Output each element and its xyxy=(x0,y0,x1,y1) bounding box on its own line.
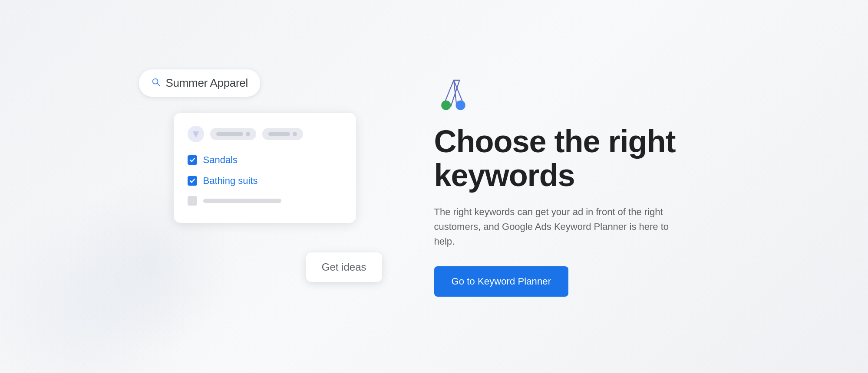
filter-icon: path{fill:none;stroke:#5c6bc0;stroke-wid… xyxy=(192,130,200,138)
filter-icon-btn[interactable]: path{fill:none;stroke:#5c6bc0;stroke-wid… xyxy=(188,126,204,142)
placeholder-text-bar xyxy=(203,199,281,203)
google-ads-logo xyxy=(434,76,738,113)
search-icon xyxy=(151,77,161,89)
svg-point-3 xyxy=(455,101,465,110)
svg-point-2 xyxy=(441,101,451,110)
filter-pill-dot-1 xyxy=(246,132,250,136)
checkbox-sandals[interactable] xyxy=(188,155,197,165)
search-value: Summer Apparel xyxy=(166,76,248,90)
description-text: The right keywords can get your ad in fr… xyxy=(434,205,677,249)
google-ads-logo-svg xyxy=(434,76,473,111)
filter-pill-2[interactable] xyxy=(262,128,303,140)
headline: Choose the right keywords xyxy=(434,125,738,193)
left-illustration-panel: Summer Apparel path{fill:none;stroke:#5c… xyxy=(130,65,382,308)
keyword-row-sandals[interactable]: Sandals xyxy=(188,154,342,166)
checkmark-icon-sandals xyxy=(189,157,195,163)
get-ideas-button[interactable]: Get ideas xyxy=(306,252,382,282)
get-ideas-label: Get ideas xyxy=(322,261,366,273)
headline-line1: Choose the right xyxy=(434,124,676,159)
keyword-row-bathing-suits[interactable]: Bathing suits xyxy=(188,175,342,186)
page-wrapper: Summer Apparel path{fill:none;stroke:#5c… xyxy=(0,0,868,373)
placeholder-checkbox xyxy=(188,196,197,206)
filter-pill-dot-2 xyxy=(293,132,297,136)
checkmark-icon-bathing-suits xyxy=(189,178,195,184)
filter-pill-1[interactable] xyxy=(210,128,256,140)
keyword-label-sandals: Sandals xyxy=(203,154,238,166)
cta-button[interactable]: Go to Keyword Planner xyxy=(434,266,569,297)
content-container: Summer Apparel path{fill:none;stroke:#5c… xyxy=(87,65,782,308)
svg-line-1 xyxy=(157,83,159,85)
right-content-panel: Choose the right keywords The right keyw… xyxy=(434,76,738,297)
placeholder-keyword-row xyxy=(188,196,342,206)
headline-line2: keywords xyxy=(434,158,575,193)
keyword-label-bathing-suits: Bathing suits xyxy=(203,175,258,186)
filter-row: path{fill:none;stroke:#5c6bc0;stroke-wid… xyxy=(188,126,342,142)
checkbox-bathing-suits[interactable] xyxy=(188,176,197,186)
filter-pill-bar-2 xyxy=(268,132,290,136)
search-bar[interactable]: Summer Apparel xyxy=(139,69,260,97)
keyword-card: path{fill:none;stroke:#5c6bc0;stroke-wid… xyxy=(174,113,356,223)
filter-pill-bar-1 xyxy=(216,132,243,136)
